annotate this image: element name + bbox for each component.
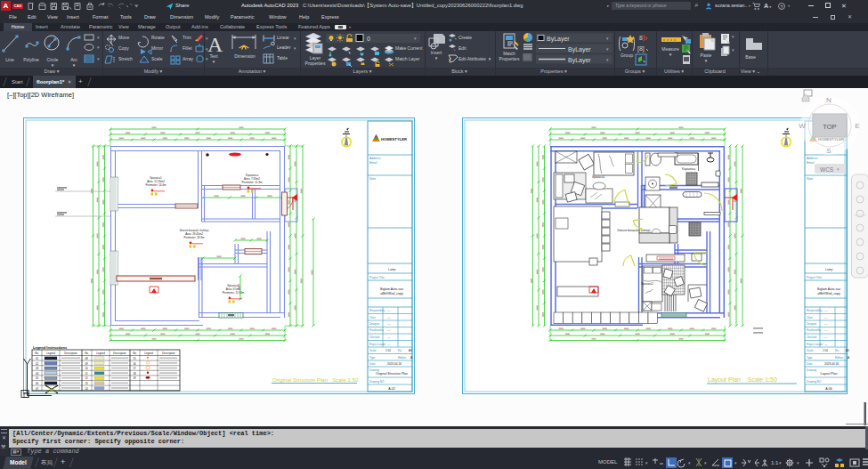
svg-text:03: 03 [36, 367, 39, 370]
svg-text:▾: ▾ [779, 460, 782, 465]
svg-text:Description: Description [64, 352, 77, 355]
svg-text:Responsibility: Responsibility [369, 309, 385, 312]
svg-text:----: ---- [824, 322, 828, 326]
svg-text:Lamp: Lamp [388, 268, 396, 271]
svg-text:A-02: A-02 [388, 387, 395, 391]
svg-text:8: 8 [639, 35, 643, 41]
svg-text:13: 13 [85, 382, 88, 385]
svg-text:1:1: 1:1 [771, 460, 779, 465]
svg-text:2023.04.16: 2023.04.16 [387, 362, 402, 366]
svg-text:12: 12 [85, 376, 88, 380]
svg-text:Original Structure Plan: Original Structure Plan [376, 372, 408, 376]
svg-text:A-06: A-06 [825, 387, 832, 391]
svg-text:Spavaca1: Spavaca1 [592, 175, 604, 179]
svg-text:No.: No. [398, 349, 402, 352]
svg-text:No.: No. [85, 352, 89, 355]
svg-text:Address: Address [807, 157, 818, 160]
svg-text:0: 0 [367, 36, 370, 42]
svg-text:▾: ▾ [294, 45, 296, 51]
svg-text:▾: ▾ [294, 36, 296, 41]
svg-text:Responsibility: Responsibility [807, 309, 823, 312]
svg-text:Description: Description [113, 352, 126, 355]
svg-text:Drawing NO.: Drawing NO. [807, 380, 822, 384]
svg-text:Drawing NO.: Drawing NO. [369, 380, 385, 384]
svg-text:08: 08 [85, 357, 88, 360]
svg-text:E: E [855, 122, 859, 130]
svg-text:Legend: Legend [96, 352, 105, 355]
svg-text:Perimeter: 14.4m: Perimeter: 14.4m [145, 183, 166, 187]
svg-text:Layout Plan Scale 1:50: Layout Plan Scale 1:50 [708, 376, 777, 384]
svg-text:----: ---- [387, 309, 391, 312]
svg-text:----: ---- [387, 328, 391, 332]
svg-text:ByLayer: ByLayer [568, 46, 591, 53]
svg-text:WCS: WCS [820, 166, 834, 173]
svg-text:Layout Plan: Layout Plan [821, 372, 838, 376]
svg-text:----: ---- [824, 328, 828, 332]
svg-text:Checked: Checked [369, 336, 379, 339]
svg-text:Proofread by: Proofread by [369, 328, 385, 332]
svg-text:Edition: Edition [398, 356, 407, 360]
svg-text:Type: Type [807, 356, 813, 360]
svg-text:Legend: Legend [46, 352, 55, 355]
svg-text:▾: ▾ [704, 460, 707, 465]
svg-text:09: 09 [85, 362, 88, 366]
svg-text:16: 16 [133, 362, 136, 366]
svg-text:Designer: Designer [807, 322, 816, 326]
svg-text:Original Structure Plan Scal: Original Structure Plan Scale 1:50 [272, 376, 359, 383]
svg-text:▾: ▾ [734, 460, 737, 465]
svg-text:----: ---- [824, 309, 828, 312]
svg-text:Dnevni boravak i kuhinja: Dnevni boravak i kuhinja [618, 229, 651, 232]
svg-text:14: 14 [85, 387, 88, 391]
svg-text:Chart: Chart [807, 316, 813, 319]
svg-text:Drawing: Drawing [369, 368, 379, 372]
svg-text:----: ---- [387, 322, 391, 326]
svg-text:----: ---- [387, 336, 391, 339]
svg-text:Biglam Auto-sav: Biglam Auto-sav [380, 287, 403, 291]
svg-text:Designer: Designer [369, 322, 379, 326]
svg-text:Legend: Legend [144, 352, 153, 355]
svg-text:A: A [848, 356, 849, 360]
svg-text:Date: Date [369, 362, 376, 366]
svg-text:No.: No. [35, 352, 39, 355]
svg-text:Spavaca2: Spavaca2 [641, 282, 653, 286]
svg-text:▾: ▾ [645, 460, 648, 465]
svg-text:▾: ▾ [97, 35, 100, 40]
svg-text:HOMESTYLER: HOMESTYLER [381, 137, 407, 142]
svg-text:No.: No. [133, 352, 137, 355]
svg-text:Legend Instructions: Legend Instructions [33, 345, 68, 350]
svg-text:Chart: Chart [369, 316, 376, 319]
svg-text:----: ---- [387, 316, 391, 319]
svg-text:----: ---- [824, 316, 828, 319]
svg-text:Note: Note [369, 177, 376, 181]
svg-text:Drawing: Drawing [807, 368, 816, 372]
svg-text:18: 18 [133, 372, 136, 376]
svg-text:Perimeter: 29.3m: Perimeter: 29.3m [183, 236, 205, 239]
svg-text:Project Title: Project Title [369, 276, 385, 279]
svg-text:Biglam Auto-sav: Biglam Auto-sav [817, 287, 840, 291]
svg-text:Lamp: Lamp [825, 268, 833, 271]
svg-text:Type: Type [369, 356, 376, 360]
svg-text:----: ---- [824, 336, 828, 339]
svg-text:19: 19 [133, 376, 136, 380]
svg-text:TOP: TOP [823, 123, 836, 131]
svg-text:Scale: Scale [807, 349, 814, 352]
svg-text:N: N [826, 96, 831, 104]
svg-text:1:50: 1:50 [385, 349, 391, 352]
svg-text:▾: ▾ [688, 460, 691, 465]
svg-text:A: A [410, 356, 412, 360]
svg-text:No.: No. [835, 349, 840, 352]
svg-text:▾: ▾ [97, 56, 100, 61]
svg-text:Checked: Checked [807, 336, 816, 339]
svg-text:Project Leader: Project Leader [807, 343, 823, 346]
svg-text:06: 06 [36, 382, 39, 385]
svg-text:[–][Top][2D Wireframe]: [–][Top][2D Wireframe] [7, 91, 74, 99]
svg-text:2023.04.16: 2023.04.16 [824, 362, 839, 366]
svg-text:aBbVWxd_copy: aBbVWxd_copy [817, 292, 840, 295]
svg-text:Description: Description [162, 352, 175, 355]
svg-text:1:50: 1:50 [823, 349, 828, 352]
svg-text:Address: Address [369, 157, 381, 160]
svg-text:15: 15 [133, 357, 136, 360]
svg-text:▾: ▾ [797, 460, 799, 465]
svg-text:ByLayer: ByLayer [568, 57, 591, 64]
svg-text:----: ---- [824, 343, 828, 346]
